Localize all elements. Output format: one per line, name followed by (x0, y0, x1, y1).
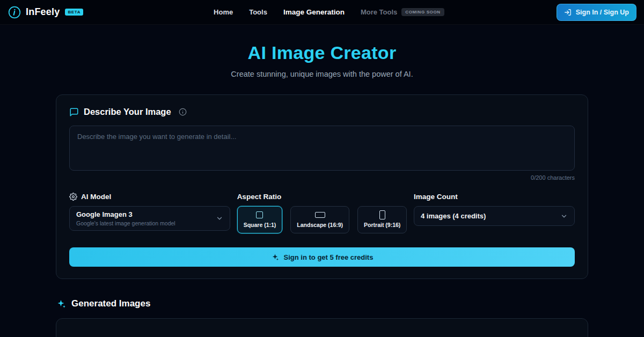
nav-item-more-tools-label: More Tools (361, 8, 397, 16)
aspect-option-landscape-label: Landscape (16:9) (297, 222, 343, 228)
generator-card: Describe Your Image 0/200 characters AI … (56, 94, 588, 279)
message-square-icon (69, 107, 79, 117)
char-count: 0/200 characters (69, 174, 575, 181)
brand[interactable]: InFeely BETA (8, 5, 101, 19)
model-label-row: AI Model (69, 193, 230, 201)
count-column: Image Count 4 images (4 credits) (414, 193, 575, 226)
aspect-label: Aspect Ratio (237, 193, 282, 201)
sparkles-icon (271, 253, 279, 261)
hero-section: AI Image Creator Create stunning, unique… (0, 25, 644, 78)
model-select[interactable]: Google Imagen 3 Google's latest image ge… (69, 206, 230, 231)
nav-item-home[interactable]: Home (214, 8, 233, 16)
square-ratio-icon (256, 211, 263, 218)
image-count-select[interactable]: 4 images (4 credits) (414, 206, 575, 226)
aspect-option-portrait-label: Portrait (9:16) (364, 222, 400, 228)
generated-images-panel (56, 318, 588, 337)
aspect-label-row: Aspect Ratio (237, 193, 407, 201)
aspect-column: Aspect Ratio Square (1:1) Landscape (16:… (237, 193, 407, 233)
page-title: AI Image Creator (0, 42, 644, 63)
top-navbar: InFeely BETA Home Tools Image Generation… (0, 0, 644, 25)
aspect-option-landscape[interactable]: Landscape (16:9) (290, 206, 349, 233)
model-selected-description: Google's latest image generation model (76, 220, 175, 226)
count-label-row: Image Count (414, 193, 575, 201)
model-selected-value: Google Imagen 3 (76, 210, 175, 218)
beta-badge: BETA (65, 9, 83, 16)
sparkle-icon (56, 299, 66, 309)
sign-in-button-label: Sign In / Sign Up (576, 9, 629, 16)
aspect-option-square-label: Square (1:1) (244, 222, 276, 228)
describe-section-header: Describe Your Image (69, 107, 575, 117)
describe-section-title: Describe Your Image (84, 107, 171, 117)
aspect-options: Square (1:1) Landscape (16:9) Portrait (… (237, 206, 407, 233)
chevron-down-icon (216, 215, 223, 222)
count-label: Image Count (414, 193, 458, 201)
generate-signin-button[interactable]: Sign in to get 5 free credits (69, 247, 575, 267)
portrait-ratio-icon (379, 210, 385, 219)
page-subtitle: Create stunning, unique images with the … (0, 70, 644, 78)
results-header: Generated Images (56, 298, 588, 309)
chevron-down-icon (560, 213, 568, 220)
sign-in-button[interactable]: Sign In / Sign Up (557, 4, 636, 21)
gear-icon (69, 193, 77, 201)
generate-signin-button-label: Sign in to get 5 free credits (284, 253, 374, 261)
coming-soon-badge: COMING SOON (401, 8, 444, 16)
info-icon[interactable] (179, 108, 187, 116)
model-column: AI Model Google Imagen 3 Google's latest… (69, 193, 230, 231)
aspect-option-portrait[interactable]: Portrait (9:16) (357, 206, 407, 233)
prompt-input[interactable] (69, 126, 575, 171)
nav-links: Home Tools Image Generation More Tools C… (101, 8, 557, 16)
brand-name: InFeely (26, 6, 60, 18)
generation-controls: AI Model Google Imagen 3 Google's latest… (69, 193, 575, 233)
model-label: AI Model (81, 193, 111, 201)
nav-item-image-generation[interactable]: Image Generation (283, 8, 345, 16)
nav-item-more-tools: More Tools COMING SOON (361, 8, 444, 16)
aspect-option-square[interactable]: Square (1:1) (237, 206, 283, 233)
image-count-selected-value: 4 images (4 credits) (421, 212, 486, 220)
results-heading-title: Generated Images (71, 298, 150, 309)
landscape-ratio-icon (315, 212, 325, 218)
nav-item-tools[interactable]: Tools (249, 8, 267, 16)
log-in-icon (564, 9, 572, 16)
infeely-logo-icon (8, 5, 21, 19)
